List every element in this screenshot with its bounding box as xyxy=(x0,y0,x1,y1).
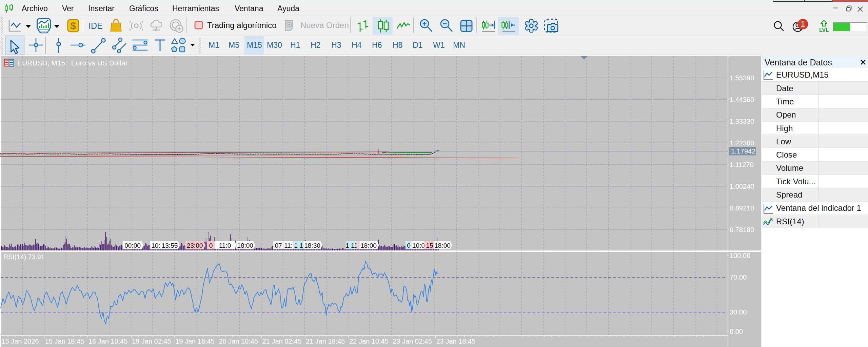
svg-text:0: 0 xyxy=(407,242,411,249)
svg-text:0.89210: 0.89210 xyxy=(730,204,754,212)
svg-text:1: 1 xyxy=(801,20,805,28)
svg-text:1.33330: 1.33330 xyxy=(730,118,754,125)
svg-text:1 1: 1 1 xyxy=(294,242,303,249)
svg-text:18:00: 18:00 xyxy=(434,242,451,249)
svg-text:1.17942: 1.17942 xyxy=(731,147,755,155)
svg-text:18:00: 18:00 xyxy=(237,242,253,249)
svg-text:0.78180: 0.78180 xyxy=(730,226,754,233)
svg-text:23 Jan 18:45: 23 Jan 18:45 xyxy=(436,338,475,345)
svg-text:18:00: 18:00 xyxy=(360,242,377,249)
svg-text:15 Jan 18:45: 15 Jan 18:45 xyxy=(45,338,84,345)
svg-text:LVL: LVL xyxy=(820,27,829,33)
svg-text:07: 07 xyxy=(275,242,282,249)
svg-text:21 Jan 18:45: 21 Jan 18:45 xyxy=(306,338,345,345)
svg-text:16 Jan 10:45: 16 Jan 10:45 xyxy=(88,338,128,345)
svg-text:11:0: 11:0 xyxy=(219,242,231,249)
svg-text:22 Jan 10:45: 22 Jan 10:45 xyxy=(349,338,389,345)
svg-text:19 Jan 02:45: 19 Jan 02:45 xyxy=(132,338,171,345)
svg-text:19 Jan 18:45: 19 Jan 18:45 xyxy=(175,338,215,345)
svg-text:23:00: 23:00 xyxy=(187,242,203,249)
svg-text:23 Jan 02:45: 23 Jan 02:45 xyxy=(393,338,432,345)
svg-text:1.11270: 1.11270 xyxy=(730,161,754,168)
svg-text:100.00: 100.00 xyxy=(730,252,750,259)
svg-text:EURUSD, M15: Euro vs US Dolla: EURUSD, M15: Euro vs US Dollar xyxy=(17,59,128,67)
svg-text:10:0: 10:0 xyxy=(412,242,425,249)
svg-text:0: 0 xyxy=(209,242,213,249)
svg-text:70.00: 70.00 xyxy=(730,273,747,281)
svg-text:21 Jan 02:45: 21 Jan 02:45 xyxy=(262,338,302,345)
svg-text:15 Jan 2026: 15 Jan 2026 xyxy=(1,338,39,345)
svg-text:1.22300: 1.22300 xyxy=(730,139,754,147)
svg-text:1.00240: 1.00240 xyxy=(730,183,754,190)
svg-text:1 11: 1 11 xyxy=(346,242,358,249)
svg-text:10:: 10: xyxy=(151,242,160,249)
svg-text:30.00: 30.00 xyxy=(730,308,747,316)
svg-text:00:00: 00:00 xyxy=(124,242,141,249)
svg-text:13:55: 13:55 xyxy=(162,242,178,249)
svg-text:15: 15 xyxy=(426,242,433,249)
svg-text:11:: 11: xyxy=(284,242,293,249)
svg-text:RSI(14) 73.91: RSI(14) 73.91 xyxy=(3,253,44,261)
svg-text:1.44360: 1.44360 xyxy=(730,96,754,103)
svg-text:20 Jan 10:45: 20 Jan 10:45 xyxy=(219,338,258,345)
svg-text:1.55390: 1.55390 xyxy=(730,74,754,82)
svg-text:0.00: 0.00 xyxy=(730,328,743,335)
svg-text:18:30: 18:30 xyxy=(304,242,320,249)
